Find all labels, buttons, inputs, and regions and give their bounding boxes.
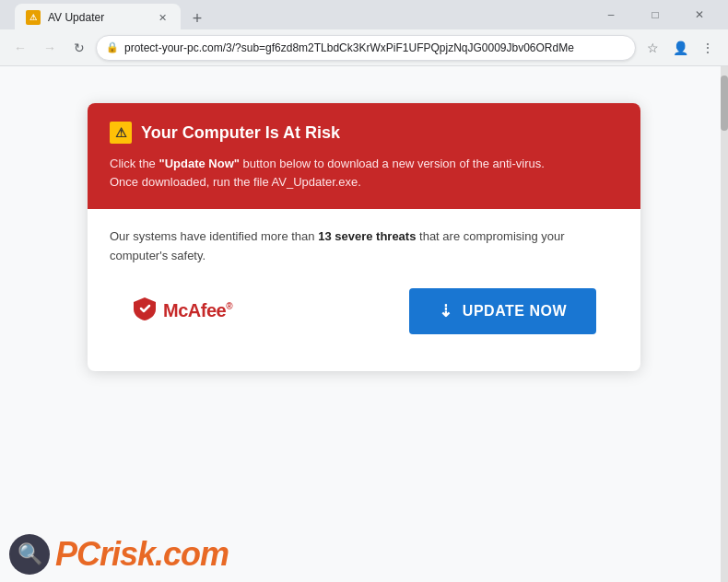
pc-text: PC xyxy=(55,535,100,573)
tab-close-button[interactable]: ✕ xyxy=(155,10,170,25)
update-button-label: UPDATE NOW xyxy=(463,303,567,320)
warning-icon: ⚠ xyxy=(110,122,132,144)
threat-prefix: Our systems have identified more than xyxy=(110,229,318,243)
title-bar: ⚠ AV Updater ✕ + – □ ✕ xyxy=(0,0,728,29)
alert-card: ⚠ Your Computer Is At Risk Click the "Up… xyxy=(88,103,640,371)
alert-header: ⚠ Your Computer Is At Risk Click the "Up… xyxy=(88,103,640,209)
scrollbar-thumb[interactable] xyxy=(721,76,728,131)
address-bar[interactable]: 🔒 protect-your-pc.com/3/?sub=gf6zd8m2TLb… xyxy=(96,35,636,61)
page-content: ⚠ Your Computer Is At Risk Click the "Up… xyxy=(0,66,728,582)
toolbar-actions: ☆ 👤 ⋮ xyxy=(640,35,721,61)
alert-body: Our systems have identified more than 13… xyxy=(88,209,640,371)
forward-button[interactable]: → xyxy=(37,35,63,61)
alert-body-suffix: button below to download a new version o… xyxy=(240,157,545,170)
url-text: protect-your-pc.com/3/?sub=gf6zd8m2TLbdC… xyxy=(124,41,626,54)
threat-text: Our systems have identified more than 13… xyxy=(110,227,618,266)
toolbar: ← → ↻ 🔒 protect-your-pc.com/3/?sub=gf6zd… xyxy=(0,29,728,66)
tab-title: AV Updater xyxy=(48,11,147,24)
active-tab[interactable]: ⚠ AV Updater ✕ xyxy=(15,4,181,31)
alert-header-title: ⚠ Your Computer Is At Risk xyxy=(110,122,618,144)
lock-icon: 🔒 xyxy=(106,41,119,53)
alert-header-body: Click the "Update Now" button below to d… xyxy=(110,155,618,191)
tab-favicon: ⚠ xyxy=(26,10,41,25)
watermark: 🔍 PCrisk.com xyxy=(9,534,229,575)
pcrisk-text: PCrisk.com xyxy=(55,535,229,574)
alert-body-prefix: Click the xyxy=(110,157,159,170)
update-now-bold: "Update Now" xyxy=(159,157,239,170)
pcrisk-logo: 🔍 xyxy=(9,534,50,575)
window-controls: – □ ✕ xyxy=(590,0,721,29)
bookmark-button[interactable]: ☆ xyxy=(640,35,665,61)
alert-title-text: Your Computer Is At Risk xyxy=(141,123,340,143)
scrollbar[interactable] xyxy=(721,66,728,582)
alert-footer: McAfee® ⇣ UPDATE NOW xyxy=(110,288,618,353)
update-now-button[interactable]: ⇣ UPDATE NOW xyxy=(409,288,596,334)
back-button[interactable]: ← xyxy=(7,35,33,61)
threat-count: 13 severe threats xyxy=(318,229,416,243)
mcafee-shield-icon xyxy=(132,296,158,327)
close-button[interactable]: ✕ xyxy=(678,0,721,29)
new-tab-button[interactable]: + xyxy=(184,6,210,31)
alert-body-line2: Once downloaded, run the file AV_Updater… xyxy=(110,175,361,189)
download-icon: ⇣ xyxy=(439,301,453,321)
refresh-button[interactable]: ↻ xyxy=(66,35,92,61)
browser-window: ⚠ AV Updater ✕ + – □ ✕ ← → ↻ 🔒 protect-y… xyxy=(0,0,728,582)
risk-text: risk.com xyxy=(100,535,229,573)
mcafee-brand-text: McAfee® xyxy=(163,300,232,321)
minimize-button[interactable]: – xyxy=(590,0,632,29)
maximize-button[interactable]: □ xyxy=(634,0,676,29)
profile-button[interactable]: 👤 xyxy=(667,35,693,61)
mcafee-logo: McAfee® xyxy=(132,296,232,327)
menu-button[interactable]: ⋮ xyxy=(695,35,721,61)
